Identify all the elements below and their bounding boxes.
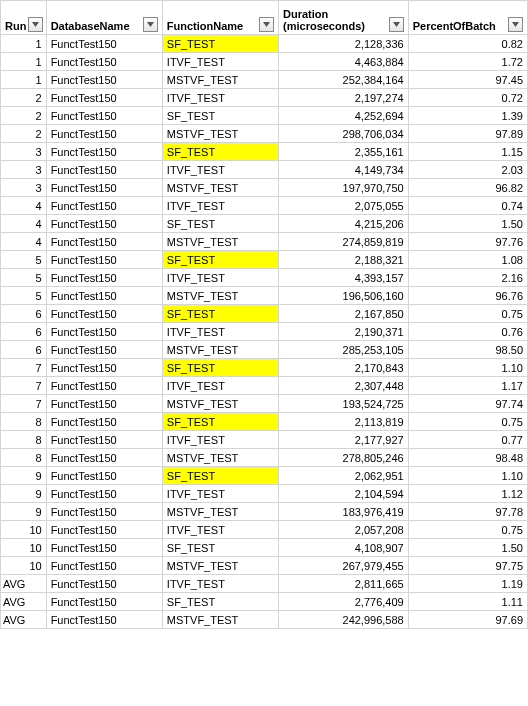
- cell-database-name[interactable]: FunctTest150: [46, 305, 162, 323]
- cell-duration[interactable]: 242,996,588: [279, 611, 409, 629]
- cell-function-name[interactable]: SF_TEST: [162, 215, 278, 233]
- cell-run[interactable]: 5: [1, 287, 47, 305]
- cell-run[interactable]: 2: [1, 125, 47, 143]
- cell-percent-of-batch[interactable]: 0.75: [408, 413, 527, 431]
- cell-function-name[interactable]: ITVF_TEST: [162, 521, 278, 539]
- cell-duration[interactable]: 2,170,843: [279, 359, 409, 377]
- cell-database-name[interactable]: FunctTest150: [46, 431, 162, 449]
- cell-database-name[interactable]: FunctTest150: [46, 197, 162, 215]
- cell-percent-of-batch[interactable]: 1.50: [408, 539, 527, 557]
- cell-percent-of-batch[interactable]: 96.82: [408, 179, 527, 197]
- cell-function-name[interactable]: MSTVF_TEST: [162, 179, 278, 197]
- cell-percent-of-batch[interactable]: 0.74: [408, 197, 527, 215]
- cell-database-name[interactable]: FunctTest150: [46, 89, 162, 107]
- cell-run[interactable]: AVG: [1, 611, 47, 629]
- cell-database-name[interactable]: FunctTest150: [46, 503, 162, 521]
- cell-duration[interactable]: 2,075,055: [279, 197, 409, 215]
- cell-duration[interactable]: 193,524,725: [279, 395, 409, 413]
- cell-database-name[interactable]: FunctTest150: [46, 575, 162, 593]
- cell-run[interactable]: 9: [1, 485, 47, 503]
- cell-duration[interactable]: 2,113,819: [279, 413, 409, 431]
- cell-database-name[interactable]: FunctTest150: [46, 251, 162, 269]
- cell-duration[interactable]: 2,104,594: [279, 485, 409, 503]
- cell-database-name[interactable]: FunctTest150: [46, 53, 162, 71]
- cell-percent-of-batch[interactable]: 97.78: [408, 503, 527, 521]
- cell-percent-of-batch[interactable]: 97.74: [408, 395, 527, 413]
- cell-percent-of-batch[interactable]: 97.75: [408, 557, 527, 575]
- cell-run[interactable]: 4: [1, 233, 47, 251]
- cell-percent-of-batch[interactable]: 1.10: [408, 359, 527, 377]
- cell-function-name[interactable]: SF_TEST: [162, 593, 278, 611]
- cell-run[interactable]: 4: [1, 215, 47, 233]
- filter-dropdown-icon[interactable]: [389, 17, 404, 32]
- cell-function-name[interactable]: SF_TEST: [162, 467, 278, 485]
- cell-run[interactable]: 4: [1, 197, 47, 215]
- cell-duration[interactable]: 4,393,157: [279, 269, 409, 287]
- cell-database-name[interactable]: FunctTest150: [46, 125, 162, 143]
- cell-function-name[interactable]: ITVF_TEST: [162, 89, 278, 107]
- cell-duration[interactable]: 4,108,907: [279, 539, 409, 557]
- cell-run[interactable]: 5: [1, 251, 47, 269]
- cell-percent-of-batch[interactable]: 1.12: [408, 485, 527, 503]
- cell-database-name[interactable]: FunctTest150: [46, 539, 162, 557]
- cell-run[interactable]: 3: [1, 161, 47, 179]
- cell-duration[interactable]: 2,307,448: [279, 377, 409, 395]
- cell-percent-of-batch[interactable]: 97.76: [408, 233, 527, 251]
- cell-duration[interactable]: 196,506,160: [279, 287, 409, 305]
- cell-database-name[interactable]: FunctTest150: [46, 143, 162, 161]
- cell-function-name[interactable]: ITVF_TEST: [162, 161, 278, 179]
- cell-database-name[interactable]: FunctTest150: [46, 449, 162, 467]
- cell-percent-of-batch[interactable]: 0.82: [408, 35, 527, 53]
- cell-run[interactable]: 10: [1, 521, 47, 539]
- cell-percent-of-batch[interactable]: 0.77: [408, 431, 527, 449]
- cell-duration[interactable]: 2,128,336: [279, 35, 409, 53]
- cell-duration[interactable]: 4,215,206: [279, 215, 409, 233]
- cell-run[interactable]: 1: [1, 35, 47, 53]
- cell-database-name[interactable]: FunctTest150: [46, 71, 162, 89]
- cell-function-name[interactable]: MSTVF_TEST: [162, 71, 278, 89]
- filter-dropdown-icon[interactable]: [28, 17, 43, 32]
- cell-percent-of-batch[interactable]: 1.15: [408, 143, 527, 161]
- cell-database-name[interactable]: FunctTest150: [46, 269, 162, 287]
- cell-duration[interactable]: 4,463,884: [279, 53, 409, 71]
- cell-run[interactable]: AVG: [1, 593, 47, 611]
- cell-database-name[interactable]: FunctTest150: [46, 395, 162, 413]
- cell-run[interactable]: AVG: [1, 575, 47, 593]
- cell-duration[interactable]: 285,253,105: [279, 341, 409, 359]
- cell-run[interactable]: 1: [1, 71, 47, 89]
- col-header-pct[interactable]: PercentOfBatch: [408, 1, 527, 35]
- cell-duration[interactable]: 197,970,750: [279, 179, 409, 197]
- cell-percent-of-batch[interactable]: 1.72: [408, 53, 527, 71]
- cell-run[interactable]: 3: [1, 179, 47, 197]
- cell-percent-of-batch[interactable]: 1.08: [408, 251, 527, 269]
- cell-function-name[interactable]: ITVF_TEST: [162, 575, 278, 593]
- cell-run[interactable]: 2: [1, 107, 47, 125]
- cell-run[interactable]: 1: [1, 53, 47, 71]
- cell-database-name[interactable]: FunctTest150: [46, 341, 162, 359]
- cell-database-name[interactable]: FunctTest150: [46, 521, 162, 539]
- filter-dropdown-icon[interactable]: [508, 17, 523, 32]
- cell-database-name[interactable]: FunctTest150: [46, 287, 162, 305]
- cell-database-name[interactable]: FunctTest150: [46, 467, 162, 485]
- cell-function-name[interactable]: SF_TEST: [162, 107, 278, 125]
- cell-duration[interactable]: 2,062,951: [279, 467, 409, 485]
- cell-percent-of-batch[interactable]: 1.10: [408, 467, 527, 485]
- cell-percent-of-batch[interactable]: 1.39: [408, 107, 527, 125]
- cell-run[interactable]: 10: [1, 539, 47, 557]
- cell-function-name[interactable]: ITVF_TEST: [162, 485, 278, 503]
- cell-run[interactable]: 6: [1, 341, 47, 359]
- cell-percent-of-batch[interactable]: 2.03: [408, 161, 527, 179]
- cell-run[interactable]: 8: [1, 449, 47, 467]
- cell-duration[interactable]: 2,057,208: [279, 521, 409, 539]
- cell-duration[interactable]: 2,811,665: [279, 575, 409, 593]
- cell-duration[interactable]: 4,149,734: [279, 161, 409, 179]
- cell-run[interactable]: 8: [1, 413, 47, 431]
- col-header-db[interactable]: DatabaseName: [46, 1, 162, 35]
- cell-database-name[interactable]: FunctTest150: [46, 179, 162, 197]
- cell-percent-of-batch[interactable]: 1.50: [408, 215, 527, 233]
- col-header-fn[interactable]: FunctionName: [162, 1, 278, 35]
- cell-duration[interactable]: 2,190,371: [279, 323, 409, 341]
- cell-duration[interactable]: 2,197,274: [279, 89, 409, 107]
- cell-function-name[interactable]: SF_TEST: [162, 359, 278, 377]
- cell-duration[interactable]: 252,384,164: [279, 71, 409, 89]
